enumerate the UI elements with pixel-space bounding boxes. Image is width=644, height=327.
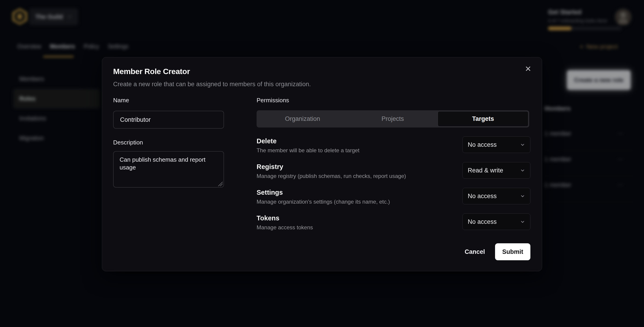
permission-title: Delete	[256, 137, 360, 145]
permission-access-value: No access	[468, 193, 497, 200]
permission-description: The member will be able to delete a targ…	[256, 147, 360, 154]
permission-row: Tokens Manage access tokens No access	[256, 214, 530, 239]
permission-access-select[interactable]: Read & write	[462, 162, 530, 179]
permission-access-value: No access	[468, 218, 497, 225]
permission-description: Manage organization's settings (change i…	[256, 199, 390, 205]
name-label: Name	[113, 97, 129, 104]
permission-row-text: Delete The member will be able to delete…	[256, 136, 360, 154]
cancel-button[interactable]: Cancel	[464, 248, 485, 256]
name-input[interactable]	[113, 111, 224, 129]
member-role-creator-modal: ✕ Member Role Creator Create a new role …	[102, 57, 542, 271]
chevron-down-icon	[520, 168, 525, 173]
resize-handle-icon[interactable]	[218, 182, 222, 186]
close-icon[interactable]: ✕	[522, 62, 534, 75]
permissions-tab-label: Projects	[382, 115, 404, 122]
permission-access-value: No access	[468, 141, 497, 148]
permission-description: Manage registry (publish schemas, run ch…	[256, 173, 406, 179]
permission-access-select[interactable]: No access	[462, 214, 530, 230]
permission-rows: Delete The member will be able to delete…	[256, 136, 530, 239]
chevron-down-icon	[520, 219, 525, 224]
permission-access-select[interactable]: No access	[462, 188, 530, 204]
modal-title: Member Role Creator	[113, 67, 190, 76]
permission-row-text: Registry Manage registry (publish schema…	[256, 162, 406, 179]
permission-row-text: Tokens Manage access tokens	[256, 214, 313, 231]
chevron-down-icon	[520, 142, 525, 147]
submit-button[interactable]: Submit	[495, 243, 530, 260]
permission-row-text: Settings Manage organization's settings …	[256, 188, 390, 205]
permission-title: Tokens	[256, 214, 313, 222]
permissions-tab-label: Organization	[285, 115, 320, 122]
permissions-tab[interactable]: Targets	[438, 111, 528, 127]
permissions-label: Permissions	[256, 97, 289, 104]
permission-title: Registry	[256, 163, 406, 171]
modal-footer: Cancel Submit	[464, 243, 530, 260]
description-label: Description	[113, 139, 143, 146]
permission-access-value: Read & write	[468, 167, 503, 174]
permission-title: Settings	[256, 189, 390, 196]
permission-row: Delete The member will be able to delete…	[256, 136, 530, 162]
permissions-tab-bar: Organization Projects Targets	[256, 110, 529, 127]
permissions-tab[interactable]: Organization	[258, 111, 348, 127]
permissions-tab[interactable]: Projects	[348, 111, 438, 127]
permission-row: Settings Manage organization's settings …	[256, 188, 530, 214]
chevron-down-icon	[520, 194, 525, 199]
permission-access-select[interactable]: No access	[462, 136, 530, 153]
description-textarea[interactable]: Can publish schemas and report usage	[113, 151, 224, 188]
permission-row: Registry Manage registry (publish schema…	[256, 162, 530, 188]
modal-subtitle: Create a new role that can be assigned t…	[113, 81, 311, 88]
permission-description: Manage access tokens	[256, 224, 313, 231]
permissions-tab-label: Targets	[472, 115, 494, 122]
app-root: The Guild Get Started 4 of 7 onboarding …	[0, 0, 644, 327]
